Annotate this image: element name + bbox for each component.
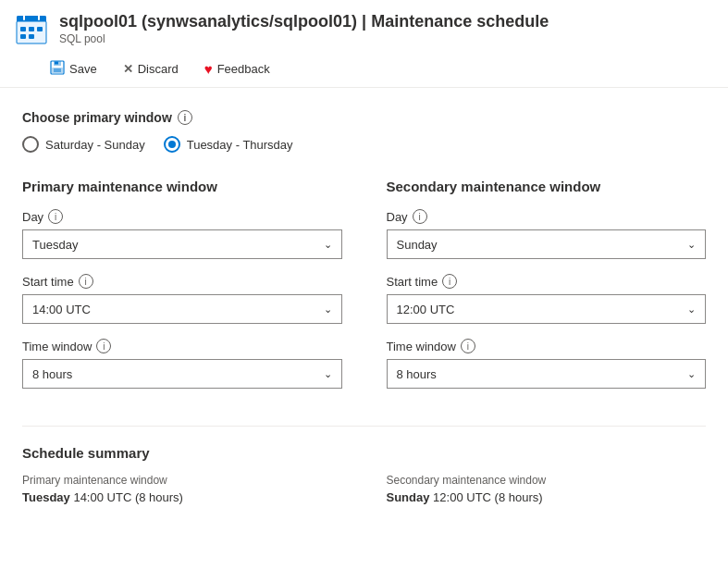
secondary-day-dropdown[interactable]: Sunday ⌄ [387,229,707,259]
secondary-time-window-field: Time window i 8 hours ⌄ [387,339,707,389]
svg-rect-7 [29,34,34,39]
save-label: Save [69,62,97,76]
primary-day-dropdown[interactable]: Tuesday ⌄ [22,229,342,259]
secondary-start-time-label: Start time i [387,274,707,289]
header-text-block: sqlpool01 (synwsanalytics/sqlpool01) | M… [59,11,549,45]
primary-maintenance-title: Primary maintenance window [22,179,342,194]
svg-rect-3 [20,27,26,31]
secondary-time-window-info-icon[interactable]: i [461,339,475,353]
discard-label: Discard [138,62,179,76]
secondary-time-window-chevron: ⌄ [687,368,696,380]
primary-window-radio-group: Saturday - Sunday Tuesday - Thursday [22,136,706,153]
summary-primary: Primary maintenance window Tuesday 14:00… [22,474,342,504]
svg-rect-5 [37,27,43,31]
feedback-button[interactable]: ♥ Feedback [199,57,276,80]
primary-window-section-label: Choose primary window i [22,110,706,125]
calendar-icon [15,12,48,45]
summary-divider [22,426,706,427]
summary-primary-time: 14:00 UTC (8 hours) [73,490,183,504]
primary-time-window-chevron: ⌄ [324,368,332,380]
radio-circle-tuesday [164,136,180,153]
save-button[interactable]: Save [44,56,103,81]
page-subtitle: SQL pool [59,32,549,45]
primary-time-window-dropdown[interactable]: 8 hours ⌄ [22,359,342,389]
secondary-day-chevron: ⌄ [687,239,696,251]
discard-icon: ✕ [123,62,133,76]
radio-tuesday-thursday[interactable]: Tuesday - Thursday [164,136,293,153]
secondary-maintenance-col: Secondary maintenance window Day i Sunda… [387,179,707,403]
summary-grid: Primary maintenance window Tuesday 14:00… [22,474,706,504]
svg-rect-2 [17,21,46,43]
svg-rect-6 [20,34,26,39]
secondary-start-time-value: 12:00 UTC [397,303,455,316]
primary-start-time-field: Start time i 14:00 UTC ⌄ [22,274,342,324]
primary-day-label: Day i [22,209,342,224]
primary-day-info-icon[interactable]: i [48,209,63,224]
primary-day-field: Day i Tuesday ⌄ [22,209,342,259]
radio-dot-tuesday [168,141,176,148]
summary-secondary-label: Secondary maintenance window [387,474,707,487]
radio-saturday-sunday[interactable]: Saturday - Sunday [22,136,145,153]
summary-primary-day: Tuesday [22,490,70,504]
secondary-maintenance-title: Secondary maintenance window [387,179,707,194]
primary-start-time-label: Start time i [22,274,342,289]
primary-day-chevron: ⌄ [324,239,332,251]
summary-secondary: Secondary maintenance window Sunday 12:0… [387,474,707,504]
primary-start-time-value: 14:00 UTC [32,303,91,316]
primary-start-time-chevron: ⌄ [324,303,332,316]
feedback-label: Feedback [217,62,270,76]
primary-time-window-value: 8 hours [32,367,72,381]
primary-time-window-info-icon[interactable]: i [96,339,111,353]
summary-secondary-value: Sunday 12:00 UTC (8 hours) [387,490,707,504]
secondary-start-time-dropdown[interactable]: 12:00 UTC ⌄ [387,294,707,324]
secondary-start-time-field: Start time i 12:00 UTC ⌄ [387,274,707,324]
summary-title: Schedule summary [22,445,706,461]
radio-label-tuesday: Tuesday - Thursday [187,138,293,152]
page-header: sqlpool01 (synwsanalytics/sqlpool01) | M… [0,0,728,51]
maintenance-windows-grid: Primary maintenance window Day i Tuesday… [22,179,706,403]
primary-window-info-icon[interactable]: i [178,110,192,125]
primary-time-window-field: Time window i 8 hours ⌄ [22,339,342,389]
svg-rect-14 [54,68,61,72]
discard-button[interactable]: ✕ Discard [117,58,184,80]
feedback-icon: ♥ [204,61,213,77]
svg-rect-12 [55,62,58,65]
toolbar: Save ✕ Discard ♥ Feedback [0,51,728,88]
main-content: Choose primary window i Saturday - Sunda… [0,88,728,526]
secondary-day-field: Day i Sunday ⌄ [387,209,707,259]
page-title: sqlpool01 (synwsanalytics/sqlpool01) | M… [59,11,549,32]
secondary-time-window-dropdown[interactable]: 8 hours ⌄ [387,359,707,389]
summary-secondary-time: 12:00 UTC (8 hours) [433,490,543,504]
secondary-start-time-info-icon[interactable]: i [442,274,457,289]
secondary-day-label: Day i [387,209,707,224]
secondary-day-value: Sunday [397,238,438,252]
radio-label-saturday: Saturday - Sunday [45,138,145,152]
primary-start-time-info-icon[interactable]: i [79,274,93,289]
secondary-day-info-icon[interactable]: i [413,209,427,224]
primary-time-window-label: Time window i [22,339,342,353]
primary-start-time-dropdown[interactable]: 14:00 UTC ⌄ [22,294,342,324]
summary-primary-label: Primary maintenance window [22,474,342,487]
summary-secondary-day: Sunday [387,490,430,504]
save-icon [50,60,65,78]
primary-maintenance-col: Primary maintenance window Day i Tuesday… [22,179,342,403]
secondary-start-time-chevron: ⌄ [687,303,696,316]
secondary-time-window-value: 8 hours [397,367,437,381]
secondary-time-window-label: Time window i [387,339,707,353]
svg-rect-4 [29,27,34,31]
radio-circle-saturday [22,136,39,153]
primary-day-value: Tuesday [32,238,78,252]
summary-primary-value: Tuesday 14:00 UTC (8 hours) [22,490,342,504]
